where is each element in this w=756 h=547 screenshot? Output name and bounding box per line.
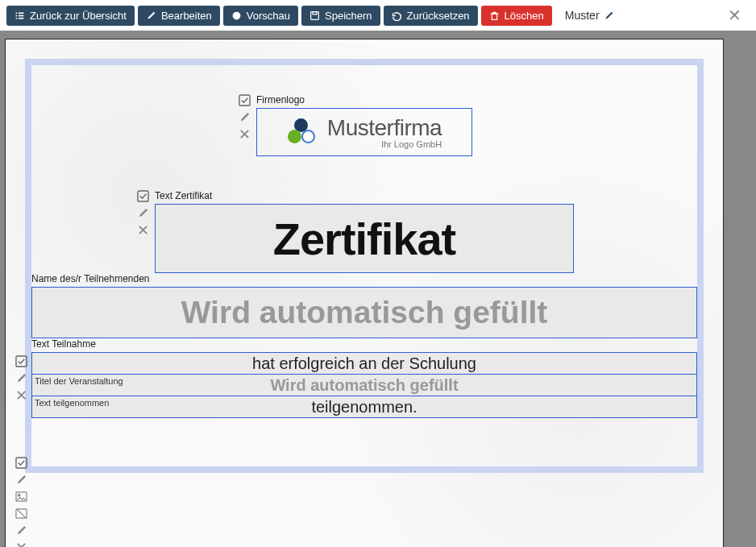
block-label: Firmenlogo bbox=[256, 94, 472, 106]
participant-name-field[interactable]: Wird automatisch gefüllt bbox=[31, 287, 697, 338]
pencil-icon[interactable] bbox=[15, 474, 27, 486]
svg-rect-13 bbox=[16, 458, 27, 468]
svg-rect-2 bbox=[16, 15, 18, 16]
checkbox-checked-icon[interactable] bbox=[15, 457, 27, 469]
svg-rect-8 bbox=[313, 11, 317, 14]
reset-label: Zurücksetzen bbox=[407, 10, 470, 22]
close-icon[interactable] bbox=[137, 224, 149, 236]
pencil-icon[interactable] bbox=[239, 111, 251, 123]
reset-button[interactable]: Zurücksetzen bbox=[384, 6, 478, 26]
edit-button[interactable]: Bearbeiten bbox=[138, 6, 220, 26]
close-icon[interactable]: ✕ bbox=[728, 6, 741, 25]
close-icon[interactable] bbox=[15, 541, 27, 547]
image-off-icon[interactable] bbox=[15, 508, 27, 520]
pencil-icon[interactable] bbox=[15, 372, 27, 384]
pencil-icon[interactable] bbox=[15, 524, 27, 537]
gear-icon bbox=[231, 10, 242, 21]
block-controls bbox=[137, 190, 149, 236]
close-icon[interactable] bbox=[239, 128, 251, 140]
svg-rect-5 bbox=[19, 17, 24, 19]
checkbox-checked-icon[interactable] bbox=[239, 94, 251, 106]
undo-icon bbox=[392, 10, 402, 21]
cert-title-field[interactable]: Zertifikat bbox=[155, 204, 574, 273]
delete-button[interactable]: Löschen bbox=[481, 6, 552, 26]
logo-graphic bbox=[287, 118, 319, 147]
participation-row-1[interactable]: hat erfolgreich an der Schulung bbox=[31, 352, 697, 375]
close-icon[interactable] bbox=[15, 389, 27, 401]
event-title-placeholder: Wird automatisch gefüllt bbox=[270, 376, 458, 395]
block-label: Text Teilnahme bbox=[31, 338, 697, 350]
template-name-button[interactable]: Muster bbox=[565, 9, 614, 22]
svg-rect-1 bbox=[19, 12, 24, 14]
edit-label: Bearbeiten bbox=[161, 10, 212, 22]
logo-company-name: Musterfirma bbox=[327, 115, 442, 141]
save-button[interactable]: Speichern bbox=[301, 6, 380, 26]
participation-text-1: hat erfolgreich an der Schulung bbox=[252, 354, 476, 373]
svg-rect-10 bbox=[239, 95, 250, 106]
participation-row-2[interactable]: Titel der Veranstaltung Wird automatisch… bbox=[31, 374, 697, 396]
preview-button[interactable]: Vorschau bbox=[223, 6, 298, 26]
back-button[interactable]: Zurück zur Übersicht bbox=[6, 6, 135, 26]
editor-canvas[interactable]: Firmenlogo Musterfirma Ihr Logo GmbH bbox=[0, 31, 741, 547]
template-name-text: Muster bbox=[565, 9, 600, 22]
preview-label: Vorschau bbox=[247, 10, 290, 22]
svg-rect-0 bbox=[16, 12, 18, 14]
back-label: Zurück zur Übersicht bbox=[30, 10, 127, 22]
svg-point-15 bbox=[18, 494, 19, 495]
svg-rect-12 bbox=[16, 356, 27, 367]
toolbar: Zurück zur Übersicht Bearbeiten Vorschau… bbox=[0, 0, 756, 31]
row-label: Titel der Veranstaltung bbox=[35, 376, 123, 386]
image-icon[interactable] bbox=[15, 491, 27, 503]
checkbox-checked-icon[interactable] bbox=[15, 355, 27, 367]
block-logo[interactable]: Firmenlogo Musterfirma Ihr Logo GmbH bbox=[256, 94, 472, 156]
block-controls bbox=[239, 94, 251, 140]
svg-rect-7 bbox=[311, 11, 319, 19]
svg-rect-9 bbox=[492, 14, 497, 19]
list-icon bbox=[15, 10, 25, 21]
participation-row-3[interactable]: Text teilgenommen teilgenommen. bbox=[31, 396, 697, 418]
block-participant-name[interactable]: Name des/r Teilnehmenden Wird automatisc… bbox=[31, 273, 697, 338]
block-controls bbox=[15, 457, 27, 547]
block-label: Text Zertifikat bbox=[155, 190, 574, 201]
delete-label: Löschen bbox=[505, 10, 544, 22]
participation-text-3: teilgenommen. bbox=[311, 398, 417, 416]
block-controls bbox=[15, 355, 27, 401]
pencil-icon[interactable] bbox=[137, 207, 149, 219]
svg-point-6 bbox=[232, 11, 240, 19]
block-label: Name des/r Teilnehmenden bbox=[31, 273, 697, 284]
block-participation[interactable]: Text Teilnahme hat erfolgreich an der Sc… bbox=[31, 338, 697, 418]
svg-rect-3 bbox=[19, 15, 24, 16]
save-icon bbox=[309, 10, 320, 21]
participant-name-placeholder: Wird automatisch gefüllt bbox=[181, 295, 548, 330]
certificate-page: Firmenlogo Musterfirma Ihr Logo GmbH bbox=[5, 39, 724, 547]
svg-rect-11 bbox=[138, 191, 148, 201]
save-label: Speichern bbox=[325, 10, 372, 22]
pencil-icon bbox=[146, 10, 156, 21]
svg-rect-4 bbox=[16, 17, 18, 19]
checkbox-checked-icon[interactable] bbox=[137, 190, 149, 202]
trash-icon bbox=[489, 10, 500, 21]
pencil-icon bbox=[604, 10, 614, 21]
row-label: Text teilgenommen bbox=[35, 398, 109, 408]
cert-title-text: Zertifikat bbox=[273, 213, 456, 265]
block-cert-title[interactable]: Text Zertifikat Zertifikat bbox=[155, 190, 574, 273]
logo-field[interactable]: Musterfirma Ihr Logo GmbH bbox=[256, 108, 472, 156]
company-logo: Musterfirma Ihr Logo GmbH bbox=[279, 112, 450, 152]
